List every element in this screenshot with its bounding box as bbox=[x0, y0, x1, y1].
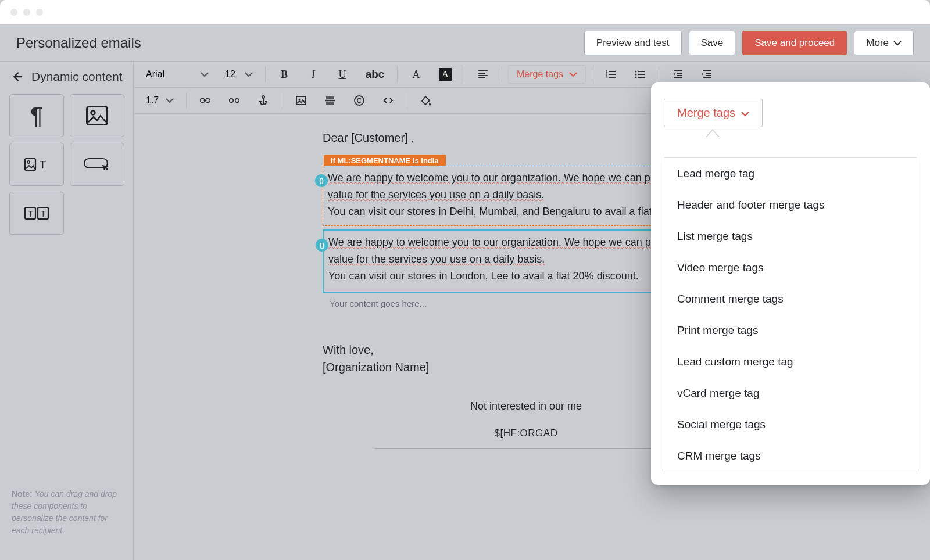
window-chrome bbox=[0, 0, 930, 24]
traffic-light-icon bbox=[36, 9, 43, 16]
svg-point-22 bbox=[299, 99, 301, 100]
unlink-icon bbox=[228, 95, 240, 106]
merge-tag-option[interactable]: Video merge tags bbox=[664, 252, 917, 283]
traffic-light-icon bbox=[23, 9, 30, 16]
block2b-text: You can visit our stores in London, Lee … bbox=[328, 270, 639, 282]
component-image-text[interactable]: T bbox=[9, 143, 64, 186]
sidebar-title: Dynamic content bbox=[31, 70, 122, 84]
page-title: Personalized emails bbox=[16, 35, 584, 51]
svg-rect-19 bbox=[235, 99, 239, 103]
line-height-select[interactable]: 1.7 bbox=[140, 92, 180, 109]
anchor-button[interactable] bbox=[251, 91, 276, 110]
svg-point-1 bbox=[91, 111, 95, 115]
save-and-proceed-button[interactable]: Save and proceed bbox=[742, 31, 847, 55]
strikethrough-button[interactable]: abc bbox=[359, 65, 391, 84]
merge-tags-popover-label: Merge tags bbox=[677, 106, 735, 120]
italic-icon: I bbox=[312, 69, 315, 81]
header-actions: Preview and test Save Save and proceed M… bbox=[584, 31, 914, 55]
svg-point-15 bbox=[635, 77, 637, 78]
svg-text:T: T bbox=[28, 209, 33, 218]
merge-tag-option[interactable]: Social merge tags bbox=[664, 409, 917, 440]
unordered-list-button[interactable] bbox=[627, 65, 653, 84]
merge-tag-option[interactable]: CRM merge tags bbox=[664, 440, 917, 472]
merge-tags-list: Lead merge tag Header and footer merge t… bbox=[664, 157, 917, 472]
horizontal-rule-icon bbox=[324, 95, 336, 106]
font-select[interactable]: Arial bbox=[140, 66, 215, 82]
chevron-down-icon bbox=[245, 69, 253, 80]
underline-button[interactable]: U bbox=[330, 65, 355, 84]
ordered-list-button[interactable]: 123 bbox=[598, 65, 624, 84]
copyright-icon bbox=[353, 95, 365, 106]
sidebar-header: Dynamic content bbox=[7, 70, 128, 94]
italic-button[interactable]: I bbox=[301, 65, 326, 84]
two-column-icon: T T bbox=[24, 206, 49, 221]
chevron-down-icon bbox=[893, 37, 902, 49]
highlight-button[interactable]: A bbox=[432, 65, 458, 84]
insert-copyright-button[interactable] bbox=[346, 91, 372, 110]
bold-button[interactable]: B bbox=[271, 65, 297, 84]
font-size-value: 12 bbox=[225, 69, 235, 80]
align-left-icon bbox=[477, 69, 489, 80]
component-image[interactable] bbox=[70, 94, 124, 137]
link-button[interactable] bbox=[192, 91, 218, 110]
merge-tags-popover: Merge tags Lead merge tag Header and foo… bbox=[651, 82, 930, 485]
image-text-icon: T bbox=[24, 157, 49, 172]
insert-image-button[interactable] bbox=[288, 91, 314, 110]
svg-point-23 bbox=[355, 96, 364, 105]
svg-point-3 bbox=[27, 161, 30, 163]
indent-decrease-button[interactable] bbox=[665, 65, 691, 84]
merge-tag-option[interactable]: Print merge tags bbox=[664, 315, 917, 346]
block-badge-icon: {} bbox=[315, 174, 328, 187]
indent-increase-icon bbox=[701, 69, 713, 80]
insert-code-button[interactable] bbox=[375, 91, 401, 110]
svg-rect-18 bbox=[230, 99, 234, 103]
editor-area: Arial 12 B I U abc A A bbox=[134, 62, 930, 560]
link-icon bbox=[199, 95, 211, 106]
component-button[interactable] bbox=[70, 143, 124, 186]
more-button[interactable]: More bbox=[854, 31, 914, 55]
condition-tag[interactable]: if ML:SEGMENTNAME is India bbox=[324, 155, 446, 166]
align-button[interactable] bbox=[470, 65, 496, 84]
svg-point-13 bbox=[635, 71, 637, 73]
more-button-label: More bbox=[866, 37, 889, 49]
save-button[interactable]: Save bbox=[689, 31, 736, 55]
merge-tags-label: Merge tags bbox=[517, 69, 563, 80]
insert-hr-button[interactable] bbox=[317, 91, 343, 110]
svg-rect-0 bbox=[87, 107, 108, 125]
anchor-icon bbox=[257, 95, 269, 106]
indent-increase-button[interactable] bbox=[694, 65, 720, 84]
bold-icon: B bbox=[281, 69, 288, 81]
merge-tag-option[interactable]: Lead merge tag bbox=[664, 158, 917, 189]
font-size-select[interactable]: 12 bbox=[219, 66, 259, 82]
chevron-down-icon bbox=[166, 95, 174, 106]
sidebar: Dynamic content ¶ T bbox=[0, 62, 134, 560]
highlight-icon: A bbox=[439, 68, 452, 81]
merge-tags-popover-trigger[interactable]: Merge tags bbox=[664, 99, 763, 127]
merge-tag-option[interactable]: Comment merge tags bbox=[664, 283, 917, 315]
fill-color-button[interactable] bbox=[413, 91, 439, 110]
sidebar-note: Note: You can drag and drop these compon… bbox=[7, 481, 128, 552]
button-click-icon bbox=[83, 156, 111, 173]
code-icon bbox=[382, 95, 394, 106]
chevron-down-icon bbox=[741, 106, 749, 120]
sidebar-note-label: Note: bbox=[12, 489, 33, 498]
image-icon bbox=[295, 95, 307, 106]
paint-bucket-icon bbox=[420, 95, 432, 106]
back-arrow-icon[interactable] bbox=[10, 70, 23, 83]
paragraph-icon: ¶ bbox=[30, 104, 42, 127]
text-color-button[interactable]: A bbox=[403, 65, 429, 84]
ordered-list-icon: 123 bbox=[605, 69, 617, 80]
merge-tags-button[interactable]: Merge tags bbox=[508, 65, 586, 84]
preview-button[interactable]: Preview and test bbox=[584, 31, 682, 55]
unlink-button[interactable] bbox=[221, 91, 247, 110]
line-height-value: 1.7 bbox=[146, 95, 159, 106]
merge-tag-option[interactable]: vCard merge tag bbox=[664, 378, 917, 409]
merge-tag-option[interactable]: Header and footer merge tags bbox=[664, 189, 917, 221]
component-text[interactable]: ¶ bbox=[9, 94, 64, 137]
chevron-down-icon bbox=[569, 69, 577, 80]
indent-decrease-icon bbox=[672, 69, 684, 80]
component-columns[interactable]: T T bbox=[9, 192, 64, 235]
merge-tag-option[interactable]: List merge tags bbox=[664, 221, 917, 252]
underline-icon: U bbox=[339, 69, 346, 81]
merge-tag-option[interactable]: Lead custom merge tag bbox=[664, 346, 917, 378]
